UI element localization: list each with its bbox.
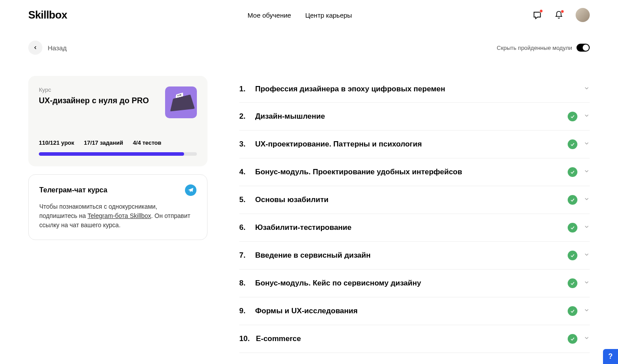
module-row[interactable]: 1.Профессия дизайнера в эпоху цифровых п…: [239, 76, 590, 103]
module-number: 3.: [239, 140, 249, 149]
module-title: Профессия дизайнера в эпоху цифровых пер…: [255, 85, 445, 94]
nav-my-learning[interactable]: Мое обучение: [248, 11, 291, 19]
check-icon: [568, 195, 577, 205]
chevron-down-icon: [584, 140, 590, 148]
course-title: UX-дизайнер с нуля до PRO: [39, 96, 149, 106]
module-title: E-commerce: [256, 334, 301, 343]
chevron-down-icon: [584, 85, 590, 93]
chevron-down-icon: [584, 196, 590, 204]
telegram-text: Чтобы познакомиться с однокурсниками, по…: [39, 202, 196, 230]
logo[interactable]: Skillbox: [28, 9, 67, 21]
stat-lessons: 110/121 урок: [39, 139, 74, 146]
bell-icon[interactable]: [554, 11, 563, 19]
module-row[interactable]: 9.Формы и UX-исследования: [239, 297, 590, 325]
back-icon: [28, 41, 42, 55]
module-row[interactable]: 6.Юзабилити-тестирование: [239, 214, 590, 242]
bell-badge-dot: [561, 10, 564, 13]
module-title: Основы юзабилити: [255, 195, 328, 204]
chevron-down-icon: [584, 251, 590, 259]
telegram-card: Телеграм-чат курса Чтобы познакомиться с…: [28, 174, 207, 240]
topbar: Назад Скрыть пройденные модули: [0, 30, 618, 60]
module-number: 10.: [239, 334, 250, 343]
telegram-title: Телеграм-чат курса: [39, 186, 107, 194]
header: Skillbox Мое обучение Центр карьеры: [0, 0, 618, 30]
module-number: 9.: [239, 307, 249, 315]
check-icon: [568, 139, 577, 149]
module-title: Дизайн-мышление: [255, 112, 325, 121]
chevron-down-icon: [584, 168, 590, 176]
chevron-down-icon: [584, 335, 590, 343]
course-card: Курс UX-дизайнер с нуля до PRO 110/121 у…: [28, 76, 207, 166]
module-title: Введение в сервисный дизайн: [255, 251, 371, 260]
avatar[interactable]: [576, 8, 590, 22]
chevron-down-icon: [584, 279, 590, 287]
modules-list: 1.Профессия дизайнера в эпоху цифровых п…: [239, 76, 590, 353]
check-icon: [568, 251, 577, 260]
module-row[interactable]: 2.Дизайн-мышление: [239, 103, 590, 131]
check-icon: [568, 167, 577, 177]
check-icon: [568, 223, 577, 233]
toggle-switch[interactable]: [577, 44, 590, 52]
stat-tasks: 17/17 заданий: [84, 139, 123, 146]
check-icon: [568, 112, 577, 121]
module-row[interactable]: 7.Введение в сервисный дизайн: [239, 242, 590, 270]
module-row[interactable]: 3.UX-проектирование. Паттерны и психолог…: [239, 131, 590, 158]
progress-bar: [39, 152, 197, 156]
module-title: Бонус-модуль. Кейс по сервисному дизайну: [255, 279, 421, 288]
module-title: UX-проектирование. Паттерны и психология: [255, 140, 422, 149]
chevron-down-icon: [584, 224, 590, 232]
toggle-label: Скрыть пройденные модули: [497, 45, 572, 51]
module-title: Юзабилити-тестирование: [255, 223, 351, 232]
check-icon: [568, 278, 577, 288]
telegram-icon[interactable]: [185, 184, 196, 196]
sidebar: Курс UX-дизайнер с нуля до PRO 110/121 у…: [28, 76, 207, 240]
module-title: Формы и UX-исследования: [255, 307, 358, 315]
stat-tests: 4/4 тестов: [133, 139, 161, 146]
module-number: 2.: [239, 112, 249, 121]
module-row[interactable]: 5.Основы юзабилити: [239, 186, 590, 214]
laptop-icon: [170, 94, 195, 111]
back-button[interactable]: Назад: [28, 41, 67, 55]
module-row[interactable]: 10.E-commerce: [239, 325, 590, 353]
module-title: Бонус-модуль. Проектирование удобных инт…: [255, 168, 462, 176]
back-label: Назад: [48, 44, 67, 52]
chevron-down-icon: [584, 307, 590, 315]
course-stats: 110/121 урок 17/17 заданий 4/4 тестов: [39, 139, 197, 146]
check-icon: [568, 334, 577, 344]
module-row[interactable]: 8.Бонус-модуль. Кейс по сервисному дизай…: [239, 270, 590, 297]
header-right: [532, 8, 590, 22]
chat-badge-dot: [539, 9, 543, 13]
help-button[interactable]: ?: [603, 349, 618, 364]
chat-icon[interactable]: [532, 10, 542, 20]
module-number: 6.: [239, 223, 249, 232]
module-number: 8.: [239, 279, 249, 288]
telegram-link[interactable]: Telegram-бота Skillbox: [87, 212, 151, 219]
module-number: 1.: [239, 85, 249, 94]
module-number: 4.: [239, 168, 249, 176]
nav-career-center[interactable]: Центр карьеры: [305, 11, 352, 19]
chevron-down-icon: [584, 113, 590, 120]
check-icon: [568, 306, 577, 316]
hide-completed-toggle: Скрыть пройденные модули: [497, 44, 590, 52]
module-row[interactable]: 4.Бонус-модуль. Проектирование удобных и…: [239, 158, 590, 186]
progress-fill: [39, 152, 184, 156]
module-number: 5.: [239, 195, 249, 204]
nav-links: Мое обучение Центр карьеры: [248, 11, 352, 19]
content: Курс UX-дизайнер с нуля до PRO 110/121 у…: [0, 60, 618, 364]
course-thumbnail: [165, 86, 197, 118]
course-label: Курс: [39, 86, 149, 93]
module-number: 7.: [239, 251, 249, 260]
